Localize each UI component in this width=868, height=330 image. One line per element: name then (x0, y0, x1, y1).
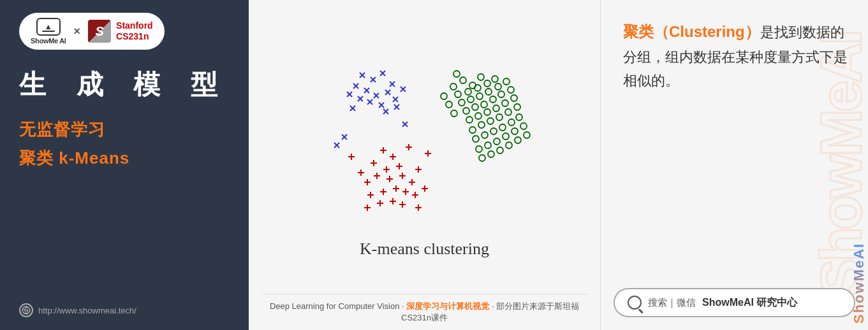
main-title: 生 成 模 型 (19, 69, 230, 101)
brand-stripe-text: ShowMeAI (848, 0, 868, 330)
brand-stripe: ShowMeAI (848, 0, 868, 330)
svg-point-115 (484, 109, 490, 115)
chart-area: K-means clustering (261, 6, 587, 294)
svg-point-130 (516, 114, 522, 120)
search-icon (628, 296, 642, 310)
svg-point-137 (479, 155, 485, 161)
subtitle-kmeans: 聚类 k-Means (19, 147, 230, 169)
stanford-name: Stanford (116, 20, 153, 31)
svg-point-125 (473, 136, 479, 142)
scatter-plot (291, 36, 559, 240)
subtitle-unsupervised: 无监督学习 (19, 118, 230, 141)
svg-point-138 (488, 151, 494, 157)
showmeai-logo: ShowMe AI (31, 18, 66, 45)
cluster-term: 聚类（Clustering） (623, 23, 760, 40)
svg-point-107 (463, 108, 469, 114)
website-link[interactable]: http://www.showmeai.tech/ (19, 303, 136, 317)
cluster-description: 聚类（Clustering）是找到数据的分组，组内数据在某种度量方式下是相似的。 (623, 19, 849, 93)
svg-point-122 (496, 114, 503, 120)
svg-point-141 (515, 137, 521, 143)
svg-point-103 (476, 93, 483, 99)
svg-point-146 (453, 71, 460, 77)
svg-point-99 (484, 80, 490, 87)
svg-point-127 (490, 128, 497, 134)
x-separator: × (74, 25, 81, 38)
svg-point-106 (503, 78, 510, 85)
svg-point-136 (520, 123, 527, 129)
search-brand: ShowMeAI 研究中心 (702, 296, 797, 310)
svg-point-142 (524, 132, 530, 138)
svg-point-144 (446, 101, 452, 108)
svg-point-124 (514, 104, 520, 110)
svg-point-128 (499, 124, 506, 131)
stanford-logo-group: S Stanford CS231n (88, 20, 153, 43)
footer-text-chinese-bold: 深度学习与计算机视觉 (406, 301, 489, 311)
svg-point-93 (460, 77, 466, 83)
svg-point-133 (494, 138, 500, 145)
svg-point-131 (476, 146, 482, 152)
svg-point-143 (441, 93, 447, 99)
svg-point-126 (482, 132, 488, 138)
svg-point-112 (508, 87, 514, 93)
website-url: http://www.showmeai.tech/ (38, 306, 136, 315)
stanford-s-icon: S (88, 20, 111, 43)
svg-point-96 (455, 91, 461, 97)
svg-point-129 (508, 119, 515, 126)
logo-area: ShowMe AI × S Stanford CS231n (19, 13, 165, 50)
svg-point-98 (474, 85, 481, 91)
svg-point-145 (451, 110, 457, 117)
svg-point-134 (503, 133, 509, 140)
svg-point-101 (459, 99, 465, 106)
svg-point-92 (450, 83, 457, 90)
footer-center: Deep Learning for Computer Vision · 深度学习… (261, 294, 587, 330)
right-panel: ShowMeAI ShowMeAI 聚类（Clustering）是找到数据的分组… (600, 0, 868, 330)
left-panel: ShowMe AI × S Stanford CS231n 生 成 模 型 无监… (0, 0, 249, 330)
svg-point-111 (498, 91, 504, 97)
footer-text-plain: Deep Learning for Computer Vision · (270, 301, 406, 311)
svg-point-110 (490, 96, 496, 103)
center-panel: K-means clustering Deep Learning for Com… (249, 0, 600, 330)
svg-point-118 (511, 95, 517, 101)
svg-point-116 (493, 105, 499, 111)
svg-point-102 (467, 96, 474, 103)
stanford-text: Stanford CS231n (116, 20, 153, 42)
svg-point-132 (485, 142, 491, 148)
search-bar[interactable]: 搜索｜微信 ShowMeAI 研究中心 (614, 288, 855, 317)
svg-point-104 (485, 89, 492, 95)
svg-point-140 (506, 142, 512, 148)
svg-point-113 (466, 117, 473, 123)
svg-point-100 (492, 76, 498, 82)
svg-point-109 (481, 101, 487, 108)
svg-point-95 (478, 74, 484, 80)
chart-title: K-means clustering (360, 240, 489, 265)
svg-point-135 (511, 128, 518, 134)
svg-point-139 (497, 147, 503, 154)
svg-point-97 (465, 89, 471, 95)
svg-point-108 (472, 104, 478, 110)
svg-point-114 (475, 113, 482, 119)
svg-point-120 (478, 122, 485, 128)
search-label: 搜索｜微信 (648, 297, 696, 309)
stanford-course: CS231n (116, 31, 153, 42)
svg-point-105 (495, 83, 501, 90)
svg-point-119 (469, 127, 476, 133)
link-icon (19, 303, 33, 317)
svg-point-123 (505, 109, 511, 115)
right-content: 聚类（Clustering）是找到数据的分组，组内数据在某种度量方式下是相似的。 (601, 0, 868, 288)
showmeai-icon (36, 18, 61, 36)
showmeai-label: ShowMe AI (31, 37, 66, 45)
svg-point-121 (487, 118, 494, 124)
svg-point-117 (502, 100, 508, 106)
